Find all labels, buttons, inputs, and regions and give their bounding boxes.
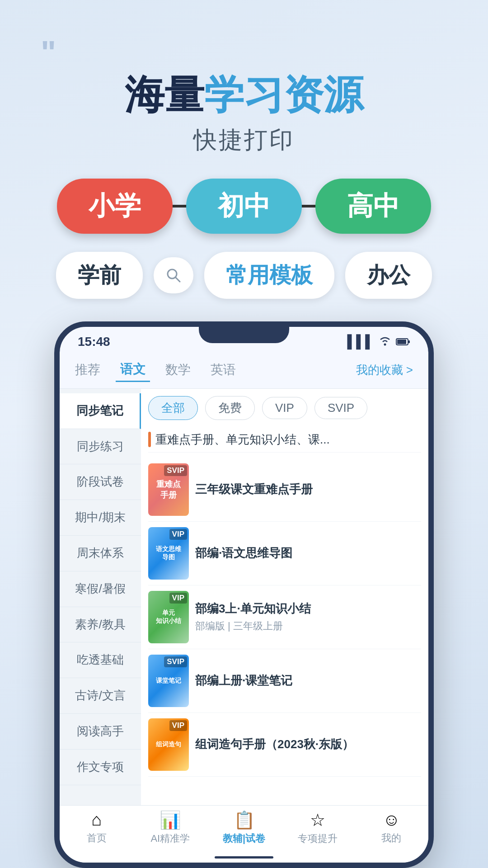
- card-title-4: 部编上册·课堂笔记: [195, 673, 421, 689]
- sidebar: 同步笔记 同步练习 阶段试卷 期中/期末 周末体系 寒假/暑假 素养/教具 吃透…: [60, 389, 141, 805]
- sidebar-mid-final[interactable]: 期中/期末: [60, 500, 141, 536]
- card-info-1: 三年级课文重难点手册: [195, 482, 421, 497]
- resource-card-2[interactable]: 语文思维导图 VIP 部编·语文思维导图: [148, 522, 421, 585]
- card-thumb-1: 重难点手册 SVIP: [148, 463, 189, 516]
- nav-mine-icon: ☺: [383, 810, 400, 830]
- pill-high[interactable]: 高中: [315, 179, 431, 234]
- tab-chinese[interactable]: 语文: [116, 358, 150, 382]
- badge-5: VIP: [169, 720, 187, 731]
- card-info-3: 部编3上·单元知识小结 部编版 | 三年级上册: [195, 601, 421, 633]
- svg-rect-4: [397, 340, 406, 344]
- card-thumb-5: 组词造句 VIP: [148, 718, 189, 771]
- signal-icon: ▌▌▌: [347, 335, 374, 349]
- sidebar-weekend[interactable]: 周末体系: [60, 536, 141, 571]
- resource-card-4[interactable]: 课堂笔记 SVIP 部编上册·课堂笔记: [148, 649, 421, 713]
- sidebar-ancient[interactable]: 古诗/文言: [60, 678, 141, 714]
- nav-ai-label: AI精准学: [150, 832, 190, 845]
- sidebar-reading[interactable]: 阅读高手: [60, 714, 141, 750]
- main-content: 全部 免费 VIP SVIP 重难点手册、单元知识小结、课... 重难点手册 S…: [141, 389, 428, 805]
- badge-3: VIP: [169, 593, 187, 604]
- nav-special[interactable]: ☆ 专项提升: [281, 810, 355, 845]
- phone-notch: [199, 327, 289, 343]
- sidebar-sync-notes[interactable]: 同步笔记: [60, 393, 141, 429]
- nav-home-icon: ⌂: [91, 810, 102, 830]
- nav-mine-label: 我的: [381, 831, 401, 845]
- content-header-text: 重难点手册、单元知识小结、课...: [155, 432, 330, 448]
- nav-textbook-label: 教辅|试卷: [223, 832, 265, 845]
- card-sub-3: 部编版 | 三年级上册: [195, 619, 421, 633]
- sidebar-sync-practice[interactable]: 同步练习: [60, 429, 141, 465]
- nav-special-label: 专项提升: [298, 832, 338, 845]
- sidebar-quality[interactable]: 素养/教具: [60, 607, 141, 643]
- sidebar-phase-exam[interactable]: 阶段试卷: [60, 464, 141, 500]
- card-info-4: 部编上册·课堂笔记: [195, 673, 421, 689]
- filter-free[interactable]: 免费: [205, 396, 255, 420]
- cat-pill-office[interactable]: 办公: [345, 252, 432, 299]
- category-row: 学前 常用模板 办公: [27, 252, 461, 299]
- top-section: " 海量学习资源 快捷打印 小学 初中 高中 学前 常用模板 办公: [0, 0, 488, 312]
- sub-headline: 快捷打印: [193, 124, 295, 156]
- nav-textbook[interactable]: 📋 教辅|试卷: [207, 810, 281, 845]
- pill-elementary[interactable]: 小学: [57, 179, 173, 234]
- sidebar-writing[interactable]: 作文专项: [60, 750, 141, 785]
- content-area: 同步笔记 同步练习 阶段试卷 期中/期末 周末体系 寒假/暑假 素养/教具 吃透…: [60, 389, 428, 805]
- nav-ai-icon: 📊: [160, 810, 181, 830]
- battery-icon: [396, 335, 410, 349]
- status-icons: ▌▌▌: [347, 335, 410, 349]
- svg-line-1: [175, 277, 180, 282]
- badge-1: SVIP: [164, 465, 187, 476]
- quote-icon: ": [41, 36, 56, 69]
- badge-2: VIP: [169, 529, 187, 540]
- wifi-icon: [379, 335, 391, 349]
- card-title-3: 部编3上·单元知识小结: [195, 601, 421, 617]
- nav-home[interactable]: ⌂ 首页: [60, 810, 133, 845]
- card-title-1: 三年级课文重难点手册: [195, 482, 421, 497]
- sidebar-holiday[interactable]: 寒假/暑假: [60, 571, 141, 607]
- bottom-nav: ⌂ 首页 📊 AI精准学 📋 教辅|试卷 ☆ 专项提升 ☺ 我的: [60, 805, 428, 852]
- pill-middle[interactable]: 初中: [186, 179, 302, 234]
- cat-pill-preschool[interactable]: 学前: [56, 252, 143, 299]
- tab-english[interactable]: 英语: [206, 359, 240, 381]
- nav-ai[interactable]: 📊 AI精准学: [133, 810, 207, 845]
- card-info-2: 部编·语文思维导图: [195, 546, 421, 561]
- phone-frame: 15:48 ▌▌▌ 推荐 语文 数学 英语 我的收藏 > 同步笔记 同步练习: [54, 321, 434, 868]
- cat-pill-templates[interactable]: 常用模板: [204, 252, 334, 299]
- card-title-5: 组词造句手册（2023秋·东版）: [195, 737, 421, 752]
- card-thumb-3: 单元知识小结 VIP: [148, 591, 189, 643]
- nav-home-label: 首页: [87, 831, 107, 845]
- tab-math[interactable]: 数学: [161, 359, 195, 381]
- home-indicator: [60, 852, 428, 863]
- resource-card-1[interactable]: 重难点手册 SVIP 三年级课文重难点手册: [148, 458, 421, 522]
- headline: 海量学习资源: [125, 73, 363, 117]
- tab-recommend[interactable]: 推荐: [70, 359, 105, 381]
- filter-all[interactable]: 全部: [148, 396, 198, 420]
- badge-4: SVIP: [164, 656, 187, 667]
- nav-special-icon: ☆: [310, 810, 325, 830]
- filter-vip[interactable]: VIP: [262, 397, 307, 419]
- svg-point-2: [384, 344, 386, 346]
- filter-svip[interactable]: SVIP: [314, 397, 367, 419]
- nav-textbook-icon: 📋: [234, 810, 255, 830]
- orange-bar: [148, 432, 151, 447]
- search-icon-pill[interactable]: [154, 257, 193, 293]
- sidebar-basics[interactable]: 吃透基础: [60, 642, 141, 678]
- resource-card-5[interactable]: 组词造句 VIP 组词造句手册（2023秋·东版）: [148, 713, 421, 777]
- card-info-5: 组词造句手册（2023秋·东版）: [195, 737, 421, 752]
- content-header: 重难点手册、单元知识小结、课...: [148, 427, 421, 453]
- search-icon: [164, 266, 183, 284]
- status-time: 15:48: [78, 335, 110, 349]
- card-thumb-2: 语文思维导图 VIP: [148, 527, 189, 580]
- home-bar: [215, 856, 273, 859]
- resource-card-3[interactable]: 单元知识小结 VIP 部编3上·单元知识小结 部编版 | 三年级上册: [148, 585, 421, 649]
- card-title-2: 部编·语文思维导图: [195, 546, 421, 561]
- phone-inner: 推荐 语文 数学 英语 我的收藏 > 同步笔记 同步练习 阶段试卷 期中/期末 …: [60, 352, 428, 863]
- level-pills: 小学 初中 高中: [27, 179, 461, 234]
- svg-rect-5: [408, 340, 410, 343]
- headline-part1: 海量: [125, 72, 204, 117]
- filter-row: 全部 免费 VIP SVIP: [148, 396, 421, 420]
- tab-my-collect[interactable]: 我的收藏 >: [352, 359, 418, 381]
- card-thumb-4: 课堂笔记 SVIP: [148, 655, 189, 707]
- nav-mine[interactable]: ☺ 我的: [355, 810, 428, 845]
- headline-part2: 学习资源: [204, 72, 363, 117]
- tabs-row: 推荐 语文 数学 英语 我的收藏 >: [60, 352, 428, 389]
